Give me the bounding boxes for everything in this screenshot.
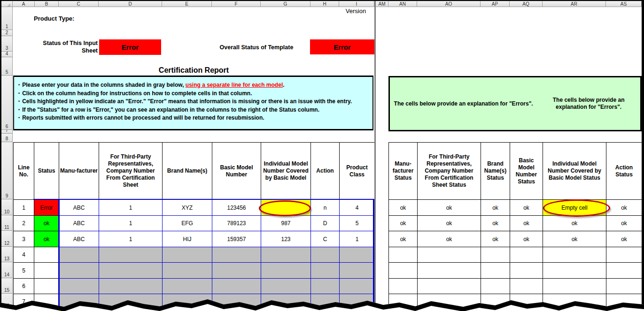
col-header-AS[interactable]: AS (606, 1, 642, 7)
cell-status[interactable]: Error (34, 200, 59, 216)
cell-manufacturer[interactable]: ABC (59, 216, 99, 231)
row-header-2[interactable]: 2 (1, 30, 13, 36)
column-heading-manufacturer-status[interactable]: Manu-facturer Status (389, 143, 418, 200)
column-heading-basic-model[interactable]: Basic Model Number (212, 143, 261, 200)
cell-brand-name[interactable] (163, 247, 212, 263)
cell-manufacturer[interactable] (59, 263, 99, 279)
column-heading-manufacturer[interactable]: Manu-facturer (59, 143, 99, 200)
row-header-12[interactable]: 12 (1, 231, 13, 247)
cell-individual-model[interactable] (261, 247, 311, 263)
cell-company-number[interactable]: 1 (99, 200, 163, 216)
col-header-B[interactable]: B (35, 1, 59, 7)
row-header-4[interactable]: 4 (1, 52, 13, 57)
cell-action[interactable]: n (311, 200, 340, 216)
row-header-5[interactable]: 5 (1, 57, 13, 76)
cell-status[interactable]: ok (34, 216, 59, 231)
row-header-1[interactable]: 1 (1, 7, 13, 30)
cell-company-number[interactable] (99, 263, 163, 279)
col-header-G[interactable]: G (261, 1, 310, 7)
cell-product-class[interactable]: 4 (340, 200, 375, 216)
cell-individual-model[interactable] (261, 263, 311, 279)
cell-individual-model-status[interactable]: ok (543, 231, 606, 247)
cell-company-number[interactable] (99, 247, 163, 263)
col-header-A[interactable]: A (13, 1, 35, 7)
cell-individual-model-status[interactable] (543, 247, 606, 263)
row-header-9[interactable]: 9 (1, 142, 13, 199)
cell-company-number-status[interactable] (418, 263, 481, 279)
col-header-E[interactable]: E (162, 1, 212, 7)
row-header-13[interactable]: 13 (1, 247, 13, 262)
col-header-H[interactable]: H (310, 1, 339, 7)
column-heading-line-no[interactable]: Line No. (14, 143, 34, 200)
overall-status-cell[interactable]: Error (310, 39, 374, 54)
cell-action-status[interactable] (606, 263, 642, 279)
cell-line-no[interactable]: 3 (14, 231, 34, 247)
row-header-6[interactable]: 6 (1, 76, 13, 130)
row-header-7[interactable]: 7 (1, 130, 13, 134)
cell-action[interactable] (311, 263, 340, 279)
cell-brand-status[interactable]: ok (481, 200, 510, 216)
cell-basic-model-status[interactable]: ok (510, 200, 543, 216)
cell-manufacturer[interactable]: ABC (59, 231, 99, 247)
cell-basic-model[interactable]: 789123 (212, 216, 261, 231)
cell-action[interactable]: C (311, 231, 340, 247)
cell-basic-model[interactable]: 159357 (212, 231, 261, 247)
cell-status[interactable] (34, 247, 59, 263)
row-header-3[interactable]: 3 (1, 36, 13, 52)
row-header-14[interactable]: 14 (1, 262, 13, 278)
instruction-link[interactable]: using a separate line for each model (186, 82, 283, 88)
cell-action-status[interactable] (606, 247, 642, 263)
cell-action-status[interactable]: ok (606, 231, 642, 247)
cell-basic-model[interactable]: 123456 (212, 200, 261, 216)
cell-line-no[interactable]: 1 (14, 200, 34, 216)
column-heading-action[interactable]: Action (311, 143, 340, 200)
cell-product-class[interactable]: 5 (340, 216, 375, 231)
cell-manufacturer-status[interactable]: ok (389, 231, 418, 247)
cell-brand-status[interactable] (481, 247, 510, 263)
cell-basic-model-status[interactable]: ok (510, 231, 543, 247)
row-header-8[interactable]: 8 (1, 134, 13, 142)
cell-individual-model-status[interactable]: ok (543, 216, 606, 231)
cell-action[interactable]: D (311, 216, 340, 231)
col-header-F[interactable]: F (212, 1, 261, 7)
col-header-AM[interactable]: AM (376, 1, 388, 7)
cell-company-number[interactable]: 1 (99, 216, 163, 231)
col-header-AN[interactable]: AN (388, 1, 417, 7)
cell-action-status[interactable]: ok (606, 216, 642, 231)
row-header-11[interactable]: 11 (1, 215, 13, 231)
cell-manufacturer[interactable] (59, 247, 99, 263)
cell-company-number-status[interactable]: ok (418, 231, 481, 247)
cell-action[interactable] (311, 247, 340, 263)
col-header-I[interactable]: I (339, 1, 374, 7)
cell-action-status[interactable]: ok (606, 200, 642, 216)
cell-brand-name[interactable]: EFG (163, 216, 212, 231)
frozen-pane-divider[interactable] (374, 1, 376, 309)
column-heading-company-number[interactable]: For Third-Party Representatives, Company… (99, 143, 163, 200)
col-header-AQ[interactable]: AQ (510, 1, 543, 7)
cell-individual-model[interactable]: 987 (261, 216, 311, 231)
column-heading-brand-names[interactable]: Brand Name(s) (163, 143, 212, 200)
column-heading-basic-model-status[interactable]: Basic Model Number Status (510, 143, 543, 200)
cell-individual-model[interactable]: 123 (261, 231, 311, 247)
column-heading-status[interactable]: Status (34, 143, 59, 200)
cell-basic-model[interactable] (212, 263, 261, 279)
column-heading-product-class[interactable]: Product Class (340, 143, 375, 200)
cell-brand-status[interactable] (481, 263, 510, 279)
cell-status[interactable] (34, 263, 59, 279)
column-heading-action-status[interactable]: Action Status (606, 143, 642, 200)
cell-product-class[interactable] (340, 263, 375, 279)
cell-company-number-status[interactable]: ok (418, 216, 481, 231)
cell-manufacturer-status[interactable]: ok (389, 200, 418, 216)
col-header-C[interactable]: C (59, 1, 99, 7)
col-header-AR[interactable]: AR (543, 1, 606, 7)
cell-brand-status[interactable]: ok (481, 216, 510, 231)
cell-product-class[interactable]: 1 (340, 231, 375, 247)
cell-brand-status[interactable]: ok (481, 231, 510, 247)
row-header-10[interactable]: 10 (1, 199, 13, 215)
cell-status[interactable]: ok (34, 231, 59, 247)
col-header-AP[interactable]: AP (481, 1, 510, 7)
cell-manufacturer[interactable]: ABC (59, 200, 99, 216)
cell-company-number-status[interactable] (418, 247, 481, 263)
input-sheet-status-cell[interactable]: Error (99, 39, 161, 55)
cell-basic-model-status[interactable]: ok (510, 216, 543, 231)
